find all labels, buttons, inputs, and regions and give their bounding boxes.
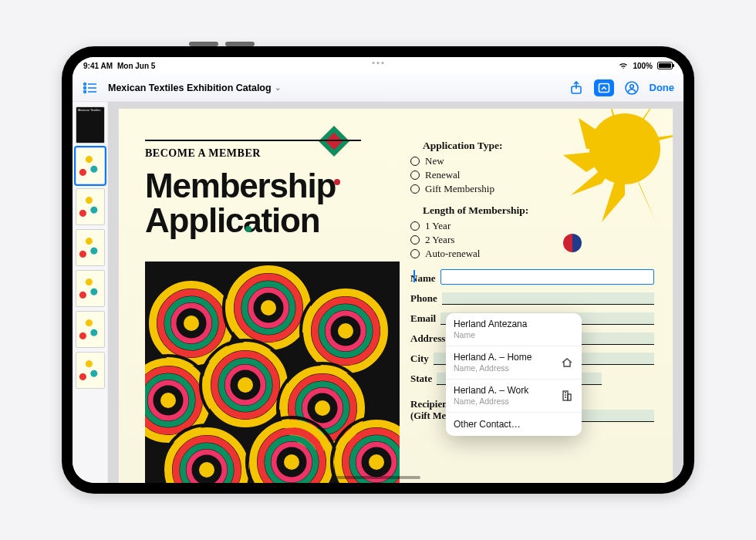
screen: 9:41 AM Mon Jun 5 100% Mexican Te bbox=[73, 57, 683, 483]
opt-new[interactable]: New bbox=[410, 155, 654, 167]
share-button[interactable] bbox=[568, 79, 585, 96]
multitask-dots[interactable] bbox=[373, 62, 384, 64]
svg-point-2 bbox=[84, 86, 86, 89]
autofill-other[interactable]: Other Contact… bbox=[446, 412, 582, 436]
radio-icon bbox=[410, 221, 420, 231]
svg-point-4 bbox=[84, 90, 86, 93]
thumb-4[interactable] bbox=[76, 229, 105, 266]
ipad-frame: 9:41 AM Mon Jun 5 100% Mexican Te bbox=[62, 46, 694, 494]
pdf-page: BECOME A MEMBER Membership Application bbox=[118, 108, 673, 483]
field-name: Name bbox=[410, 269, 654, 285]
label-phone: Phone bbox=[410, 292, 437, 305]
text-cursor bbox=[413, 270, 415, 282]
opt-auto[interactable]: Auto-renewal bbox=[410, 248, 654, 260]
radio-icon bbox=[410, 184, 420, 194]
label-city: City bbox=[410, 353, 429, 365]
become-member-label: BECOME A MEMBER bbox=[145, 147, 261, 160]
label-state: State bbox=[410, 373, 432, 385]
radio-icon bbox=[410, 170, 420, 180]
chevron-down-icon: ⌄ bbox=[275, 83, 281, 92]
diamond-decoration bbox=[319, 126, 349, 157]
opt-renewal[interactable]: Renewal bbox=[410, 169, 654, 181]
title-dot-1 bbox=[334, 179, 340, 185]
page-title: Membership Application bbox=[145, 169, 340, 238]
thumb-1[interactable]: Mexican Textiles bbox=[76, 106, 105, 143]
thumb-2[interactable] bbox=[76, 147, 105, 184]
autofill-item-3[interactable]: Herland A. – Work Name, Address bbox=[446, 379, 582, 412]
autofill-item-3-title: Herland A. – Work bbox=[454, 386, 528, 397]
length-options: 1 Year 2 Years Auto-renewal bbox=[410, 220, 654, 260]
autofill-item-1-sub: Name bbox=[454, 330, 527, 339]
status-time: 9:41 AM bbox=[83, 62, 113, 70]
header-rule bbox=[145, 140, 361, 141]
thumb-7[interactable] bbox=[76, 352, 105, 389]
field-phone: Phone bbox=[410, 292, 654, 305]
done-button[interactable]: Done bbox=[650, 82, 675, 93]
autofill-item-2[interactable]: Herland A. – Home Name, Address bbox=[446, 346, 582, 379]
label-email: Email bbox=[410, 312, 436, 325]
opt-renewal-label: Renewal bbox=[425, 169, 460, 181]
svg-point-0 bbox=[84, 83, 86, 85]
autofill-other-label: Other Contact… bbox=[454, 419, 521, 430]
toolbar: Mexican Textiles Exhibition Catalog ⌄ Do… bbox=[73, 74, 683, 102]
app-type-heading: Application Type: bbox=[423, 140, 654, 152]
autofill-popup: Herland Antezana Name Herland A. – Home … bbox=[446, 313, 582, 436]
thumb-3[interactable] bbox=[76, 188, 105, 225]
opt-gift-label: Gift Membership bbox=[425, 183, 494, 195]
title-line-2: Application bbox=[145, 201, 319, 239]
volume-button-1 bbox=[189, 42, 218, 46]
label-address: Address bbox=[410, 332, 445, 345]
opt-auto-label: Auto-renewal bbox=[425, 248, 480, 260]
opt-1year-label: 1 Year bbox=[425, 220, 451, 232]
building-icon bbox=[560, 389, 574, 403]
wifi-icon bbox=[619, 62, 628, 69]
name-input[interactable] bbox=[440, 269, 655, 285]
opt-1year[interactable]: 1 Year bbox=[410, 220, 654, 232]
thumb-6[interactable] bbox=[76, 311, 105, 348]
status-date: Mon Jun 5 bbox=[117, 62, 155, 70]
status-bar: 9:41 AM Mon Jun 5 100% bbox=[73, 57, 683, 74]
radio-icon bbox=[410, 249, 420, 258]
svg-point-9 bbox=[629, 84, 633, 88]
sidebar-toggle-button[interactable] bbox=[82, 79, 99, 96]
radio-icon bbox=[410, 235, 420, 245]
battery-icon bbox=[657, 62, 673, 69]
markup-button[interactable] bbox=[594, 79, 614, 96]
content-area: Mexican Textiles bbox=[73, 102, 683, 483]
page-thumbnails[interactable]: Mexican Textiles bbox=[73, 102, 108, 483]
opt-2years[interactable]: 2 Years bbox=[410, 234, 654, 246]
radio-icon bbox=[410, 157, 420, 166]
home-icon bbox=[560, 356, 574, 370]
opt-new-label: New bbox=[425, 155, 444, 167]
volume-button-2 bbox=[225, 42, 255, 46]
opt-gift[interactable]: Gift Membership bbox=[410, 183, 654, 195]
autofill-item-1[interactable]: Herland Antezana Name bbox=[446, 313, 582, 346]
input-phone[interactable] bbox=[442, 292, 654, 305]
autofill-item-2-sub: Name, Address bbox=[454, 363, 532, 373]
autofill-item-3-sub: Name, Address bbox=[454, 397, 528, 406]
title-line-1: Membership bbox=[145, 167, 336, 204]
autofill-item-1-title: Herland Antezana bbox=[454, 319, 527, 330]
battery-pct: 100% bbox=[633, 62, 653, 70]
autofill-item-2-title: Herland A. – Home bbox=[454, 353, 532, 363]
thumb-5[interactable] bbox=[76, 270, 105, 307]
document-title-text: Mexican Textiles Exhibition Catalog bbox=[108, 83, 272, 93]
opt-2years-label: 2 Years bbox=[425, 234, 454, 246]
home-indicator[interactable] bbox=[336, 476, 420, 479]
svg-rect-29 bbox=[568, 394, 571, 400]
length-heading: Length of Membership: bbox=[423, 204, 654, 217]
autofill-button[interactable] bbox=[623, 79, 640, 96]
app-type-options: New Renewal Gift Membership bbox=[410, 155, 654, 195]
page-viewport[interactable]: BECOME A MEMBER Membership Application bbox=[108, 102, 683, 483]
document-title[interactable]: Mexican Textiles Exhibition Catalog ⌄ bbox=[108, 83, 281, 93]
textile-art bbox=[145, 262, 400, 483]
